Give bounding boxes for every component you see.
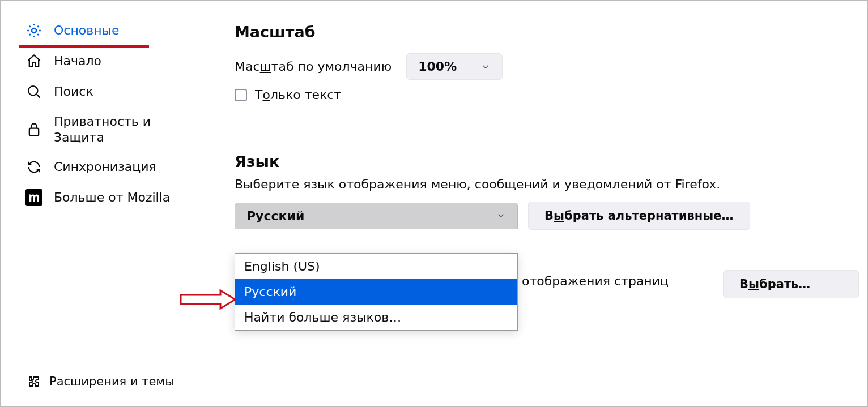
- sidebar-item-label: Синхронизация: [54, 159, 191, 175]
- lock-icon: [25, 121, 42, 138]
- home-icon: [25, 53, 42, 70]
- sidebar-item-label: Приватность и Защита: [54, 114, 191, 145]
- puzzle-icon: [28, 375, 41, 388]
- language-dropdown: English (US) Русский Найти больше языков…: [235, 253, 518, 331]
- language-select-value: Русский: [246, 209, 304, 223]
- sidebar-item-label: Основные: [54, 23, 191, 38]
- svg-point-1: [28, 86, 37, 95]
- settings-pane: Масштаб Масштаб по умолчанию 100% Только…: [235, 23, 867, 406]
- default-zoom-row: Масштаб по умолчанию 100%: [235, 53, 867, 80]
- settings-sidebar: Основные Начало Поиск Приватность и Защи…: [1, 1, 205, 406]
- sidebar-item-label: Начало: [54, 53, 191, 69]
- sidebar-footer-label: Расширения и темы: [49, 375, 175, 388]
- sidebar-item-mozilla[interactable]: m Больше от Mozilla: [1, 182, 205, 213]
- language-chooser-row: Русский Выбрать альтернативные…: [235, 202, 867, 230]
- language-option-english[interactable]: English (US): [235, 254, 517, 279]
- sidebar-item-label: Больше от Mozilla: [54, 190, 191, 205]
- sync-icon: [25, 158, 42, 175]
- sidebar-item-search[interactable]: Поиск: [1, 76, 205, 107]
- sidebar-item-extensions[interactable]: Расширения и темы: [1, 369, 188, 394]
- annotation-arrow: [180, 289, 236, 310]
- svg-rect-2: [29, 128, 39, 135]
- default-zoom-label: Масштаб по умолчанию: [235, 59, 392, 74]
- choose-languages-button[interactable]: Выбрать…: [723, 270, 859, 298]
- zoom-text-only-label: Только текст: [255, 88, 341, 102]
- language-description: Выберите язык отображения меню, сообщени…: [235, 177, 867, 191]
- chevron-down-icon: [496, 211, 506, 221]
- partially-hidden-text: отображения страниц: [522, 274, 669, 288]
- set-alternative-languages-button[interactable]: Выбрать альтернативные…: [528, 202, 750, 230]
- sidebar-item-general[interactable]: Основные: [1, 15, 205, 46]
- search-icon: [25, 83, 42, 100]
- zoom-text-only-checkbox[interactable]: [235, 89, 247, 101]
- sidebar-item-sync[interactable]: Синхронизация: [1, 152, 205, 182]
- chevron-down-icon: [480, 62, 491, 72]
- language-option-find-more[interactable]: Найти больше языков…: [235, 305, 517, 330]
- sidebar-item-privacy[interactable]: Приватность и Защита: [1, 107, 205, 152]
- zoom-text-only-row: Только текст: [235, 88, 867, 102]
- gear-icon: [25, 22, 42, 39]
- language-option-russian[interactable]: Русский: [235, 279, 517, 305]
- zoom-heading: Масштаб: [235, 23, 867, 41]
- language-section: Язык Выберите язык отображения меню, соо…: [235, 153, 867, 230]
- sidebar-item-home[interactable]: Начало: [1, 46, 205, 76]
- language-select[interactable]: Русский: [235, 203, 518, 229]
- sidebar-item-label: Поиск: [54, 84, 191, 100]
- svg-point-0: [32, 28, 36, 33]
- language-heading: Язык: [235, 153, 867, 170]
- default-zoom-select[interactable]: 100%: [406, 53, 503, 80]
- default-zoom-value: 100%: [418, 59, 457, 74]
- mozilla-icon: m: [25, 189, 42, 206]
